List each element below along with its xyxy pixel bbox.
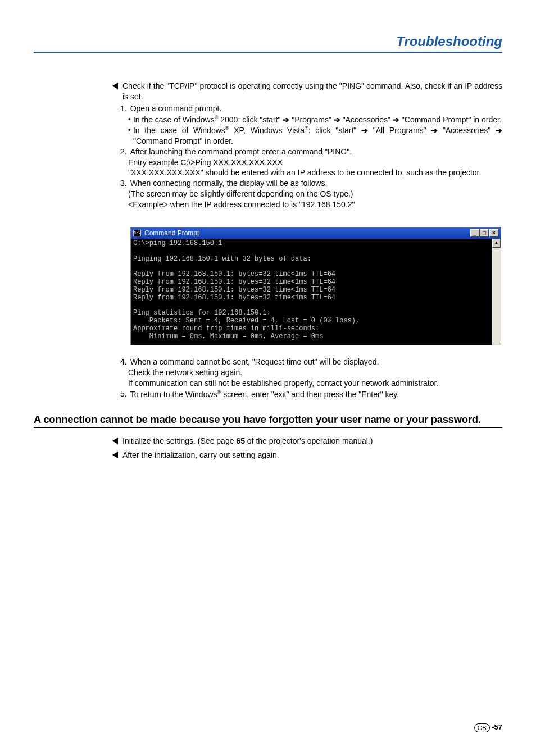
scroll-track[interactable]	[492, 248, 501, 345]
intro-text: Check if the "TCP/IP" protocol is operat…	[122, 81, 502, 102]
step-number: 3.	[120, 178, 127, 189]
step-number: 5.	[120, 389, 127, 400]
triangle-bullet-icon	[112, 452, 118, 458]
step-text: After launching the command prompt enter…	[130, 147, 352, 157]
maximize-button[interactable]: □	[480, 229, 489, 237]
page-ref: 65	[236, 436, 245, 445]
txt: of the projector's operation manual.)	[245, 436, 373, 445]
txt: XP, Windows Vista	[229, 126, 305, 135]
txt: To return to the Windows	[130, 390, 217, 399]
step-text: When a command cannot be sent, "Request …	[130, 357, 379, 367]
window-titlebar: C:\ Command Prompt _ □ ×	[131, 227, 501, 239]
scroll-up-button[interactable]: ▴	[492, 239, 501, 248]
arrow-icon: ➔	[496, 126, 502, 135]
substep-text: In the case of Windows® XP, Windows Vist…	[133, 125, 502, 146]
registered-icon: ®	[305, 125, 308, 131]
minimize-button[interactable]: _	[470, 229, 479, 237]
txt: : click "start"	[308, 126, 361, 135]
step-line: Entry example C:\>Ping XXX.XXX.XXX.XXX	[128, 157, 502, 168]
triangle-bullet-icon	[112, 83, 118, 89]
section-heading: A connection cannot be made because you …	[34, 413, 502, 428]
step-line: If communication can still not be establ…	[128, 378, 502, 389]
txt: In the case of Windows	[133, 126, 225, 135]
step-text: Open a command prompt.	[130, 103, 222, 114]
bullet-text: After the initialization, carry out sett…	[122, 450, 279, 461]
step-line: <Example> when the IP address connected …	[128, 199, 502, 210]
txt: In the case of Windows	[133, 115, 215, 124]
arrow-icon: ➔	[283, 115, 289, 124]
step-number: 4.	[120, 357, 127, 367]
command-prompt-window: C:\ Command Prompt _ □ × C:\>ping 192.16…	[130, 227, 501, 345]
arrow-icon: ➔	[361, 126, 368, 135]
main-content: Check if the "TCP/IP" protocol is operat…	[112, 81, 502, 210]
step-text: When connecting normally, the display wi…	[130, 178, 328, 189]
txt: Initialize the settings. (See page	[122, 436, 236, 445]
section2-content: Initialize the settings. (See page 65 of…	[112, 436, 502, 461]
post-cmd-content: 4. When a command cannot be sent, "Reque…	[112, 357, 502, 399]
bullet-text: Initialize the settings. (See page 65 of…	[122, 436, 373, 447]
step-text: To return to the Windows® screen, enter …	[130, 389, 399, 400]
sub-bullet-dot: •	[128, 114, 131, 125]
close-button[interactable]: ×	[489, 229, 498, 237]
step-line: "XXX.XXX.XXX.XXX" should be entered with…	[128, 167, 502, 178]
sub-bullet-dot: •	[128, 125, 131, 146]
page-header: Troubleshooting	[34, 34, 502, 53]
triangle-bullet-icon	[112, 438, 118, 444]
txt: "Accessories"	[438, 126, 496, 135]
region-badge: GB	[474, 723, 490, 732]
terminal-output: C:\>ping 192.168.150.1 Pinging 192.168.1…	[131, 239, 492, 345]
txt: "All Programs"	[368, 126, 431, 135]
window-title: Command Prompt	[144, 229, 470, 237]
step-number: 2.	[120, 147, 127, 157]
arrow-icon: ➔	[431, 126, 438, 135]
txt: screen, enter "exit" and then press the …	[221, 390, 399, 399]
txt: "Programs"	[289, 115, 333, 124]
txt: 2000: click "start"	[218, 115, 283, 124]
arrow-icon: ➔	[334, 115, 340, 124]
txt: "Command Prompt" in order.	[399, 115, 502, 124]
step-line: Check the network setting again.	[128, 367, 502, 378]
page-footer: GB -57	[474, 723, 502, 732]
step-line: (The screen may be slightly different de…	[128, 189, 502, 199]
scrollbar[interactable]: ▴	[492, 239, 501, 345]
registered-icon: ®	[225, 125, 229, 131]
page-number: 57	[494, 723, 502, 731]
txt: "Accessories"	[340, 115, 393, 124]
substep-text: In the case of Windows® 2000: click "sta…	[133, 114, 502, 125]
step-number: 1.	[120, 103, 127, 114]
txt: "Command Prompt" in order.	[133, 136, 233, 145]
cmd-app-icon: C:\	[133, 230, 141, 236]
arrow-icon: ➔	[393, 115, 399, 124]
